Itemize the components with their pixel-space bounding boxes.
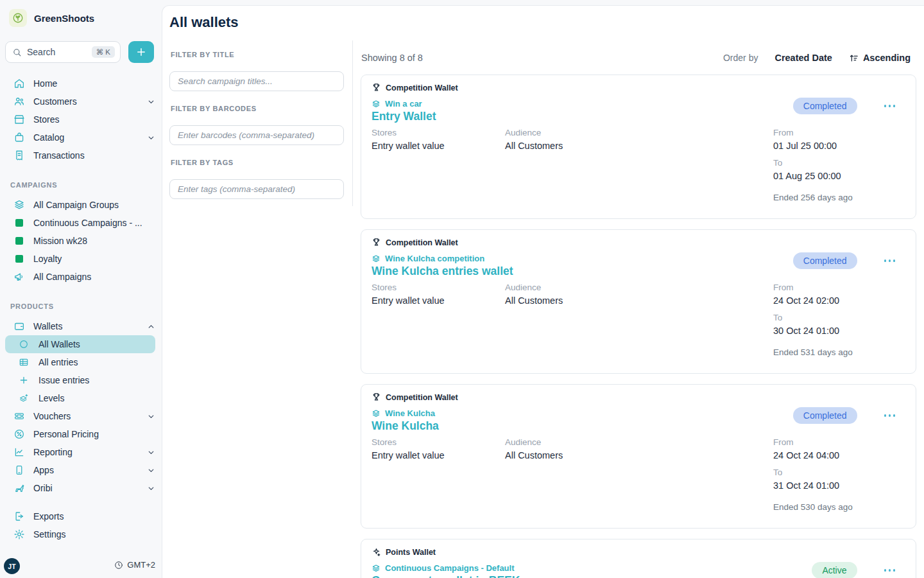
trophy-icon <box>372 83 381 92</box>
from-field: From24 Oct 24 04:00 <box>773 437 839 460</box>
home-icon <box>13 78 25 89</box>
sidebar-item-apps[interactable]: Apps <box>0 461 162 479</box>
chevron-down-icon <box>147 412 155 421</box>
stores-field: StoresEntry wallet value <box>372 128 445 151</box>
sidebar-item-exports[interactable]: Exports <box>0 507 162 525</box>
sidebar-item-all-entries[interactable]: All entries <box>0 353 162 371</box>
sidebar-item-personal-pricing[interactable]: Personal Pricing <box>0 425 162 443</box>
percent-badge-icon <box>13 428 25 440</box>
chevron-up-icon <box>147 322 155 331</box>
brand: GreenShoots <box>9 9 94 27</box>
sidebar-item-all-campaign-groups[interactable]: All Campaign Groups <box>0 196 162 214</box>
sparkle-icon <box>372 547 381 557</box>
levels-icon <box>18 393 29 403</box>
ellipsis-menu-button[interactable] <box>883 412 897 419</box>
vertical-divider <box>352 40 353 206</box>
ended-ago: Ended 530 days ago <box>773 502 853 512</box>
wallet-icon <box>13 320 25 332</box>
status-badge: Completed <box>793 252 857 269</box>
sidebar-item-continuous-campaigns[interactable]: Continuous Campaigns - ... <box>0 214 162 232</box>
status-badge: Active <box>812 562 857 578</box>
campaign-link[interactable]: Wine Kulcha <box>372 408 435 418</box>
audience-field: AudienceAll Customers <box>505 128 563 151</box>
search-shortcut: ⌘ K <box>92 46 115 58</box>
sidebar: GreenShoots Search ⌘ K Home Customers St… <box>0 0 162 578</box>
filter-tags-input[interactable] <box>169 179 344 199</box>
order-by-value[interactable]: Created Date <box>774 53 832 63</box>
ticket-icon <box>13 410 25 422</box>
sidebar-item-vouchers[interactable]: Vouchers <box>0 407 162 425</box>
ellipsis-menu-button[interactable] <box>883 257 897 265</box>
layers-icon <box>372 254 381 263</box>
audience-field: AudienceAll Customers <box>505 437 563 460</box>
timezone: GMT+2 <box>114 560 155 570</box>
wallet-title-link[interactable]: Entry Wallet <box>372 110 436 123</box>
order-by-label: Order by <box>723 53 758 63</box>
wallet-title-link[interactable]: Wine Kulcha entries wallet <box>372 265 513 278</box>
ellipsis-menu-button[interactable] <box>883 102 897 110</box>
bag-icon <box>13 132 25 143</box>
filter-title-input[interactable] <box>169 71 344 91</box>
ellipsis-menu-button[interactable] <box>883 566 897 574</box>
trophy-icon <box>372 238 381 247</box>
chart-icon <box>13 446 25 458</box>
plus-icon <box>135 46 147 58</box>
search-icon <box>12 48 22 57</box>
ended-ago: Ended 256 days ago <box>773 193 853 202</box>
green-square-icon <box>13 255 25 263</box>
campaign-link[interactable]: Continuous Campaigns - Default <box>372 563 515 573</box>
wallet-type: Competition Wallet <box>372 83 458 92</box>
add-button[interactable] <box>128 41 154 63</box>
filter-barcodes-label: FILTER BY BARCODES <box>171 105 257 112</box>
sidebar-item-catalog[interactable]: Catalog <box>0 128 162 146</box>
sidebar-item-stores[interactable]: Stores <box>0 110 162 128</box>
wallet-card: Competition Wallet Wine Kulcha competiti… <box>361 229 916 374</box>
from-field: From24 Oct 24 02:00 <box>773 283 839 306</box>
products-section-header: PRODUCTS <box>10 302 54 310</box>
avatar[interactable]: JT <box>4 558 20 574</box>
stores-field: StoresEntry wallet value <box>372 283 445 306</box>
showing-count: Showing 8 of 8 <box>361 53 423 63</box>
sidebar-item-all-wallets[interactable]: All Wallets <box>5 335 155 353</box>
wallet-title-link[interactable]: Groen punte wallet in BEEK <box>372 574 520 578</box>
wallet-card: Competition Wallet Wine Kulcha Wine Kulc… <box>361 384 916 529</box>
sidebar-item-settings[interactable]: Settings <box>0 525 162 543</box>
campaign-link[interactable]: Wine Kulcha competition <box>372 254 484 263</box>
phone-icon <box>13 464 25 476</box>
stores-field: StoresEntry wallet value <box>372 437 445 460</box>
wallet-type: Points Wallet <box>372 547 436 557</box>
wallet-type: Competition Wallet <box>372 238 458 247</box>
sidebar-item-issue-entries[interactable]: Issue entries <box>0 371 162 389</box>
sidebar-item-transactions[interactable]: Transactions <box>0 146 162 164</box>
audience-field: AudienceAll Customers <box>505 283 563 306</box>
green-square-icon <box>13 219 25 227</box>
users-icon <box>13 96 25 107</box>
sidebar-item-wallets[interactable]: Wallets <box>0 317 162 335</box>
wallet-title-link[interactable]: Wine Kulcha <box>372 419 439 433</box>
wallet-type: Competition Wallet <box>372 392 458 402</box>
sort-ascending-icon <box>849 53 859 63</box>
layers-icon <box>372 564 381 573</box>
status-badge: Completed <box>793 98 857 114</box>
search-label: Search <box>27 47 55 57</box>
to-field: To30 Oct 24 01:00 <box>773 313 839 336</box>
export-icon <box>13 511 25 522</box>
sidebar-item-reporting[interactable]: Reporting <box>0 443 162 461</box>
sidebar-item-customers[interactable]: Customers <box>0 92 162 110</box>
filter-barcodes-input[interactable] <box>169 125 344 145</box>
wallet-card: Competition Wallet Win a car Entry Walle… <box>361 74 916 219</box>
from-field: From01 Jul 25 00:00 <box>773 128 837 151</box>
to-field: To01 Aug 25 00:00 <box>773 158 841 181</box>
sidebar-item-loyalty[interactable]: Loyalty <box>0 250 162 268</box>
sidebar-item-all-campaigns[interactable]: All Campaigns <box>0 268 162 286</box>
status-badge: Completed <box>793 407 857 424</box>
sidebar-item-levels[interactable]: Levels <box>0 389 162 407</box>
sort-direction-toggle[interactable]: Ascending <box>849 53 911 63</box>
timezone-label: GMT+2 <box>127 560 155 570</box>
filter-tags-label: FILTER BY TAGS <box>171 159 234 166</box>
search-input[interactable]: Search ⌘ K <box>5 41 121 63</box>
campaign-link[interactable]: Win a car <box>372 99 422 109</box>
sidebar-item-home[interactable]: Home <box>0 74 162 92</box>
sidebar-item-oribi[interactable]: Oribi <box>0 479 162 497</box>
sidebar-item-mission-wk28[interactable]: Mission wk28 <box>0 232 162 250</box>
